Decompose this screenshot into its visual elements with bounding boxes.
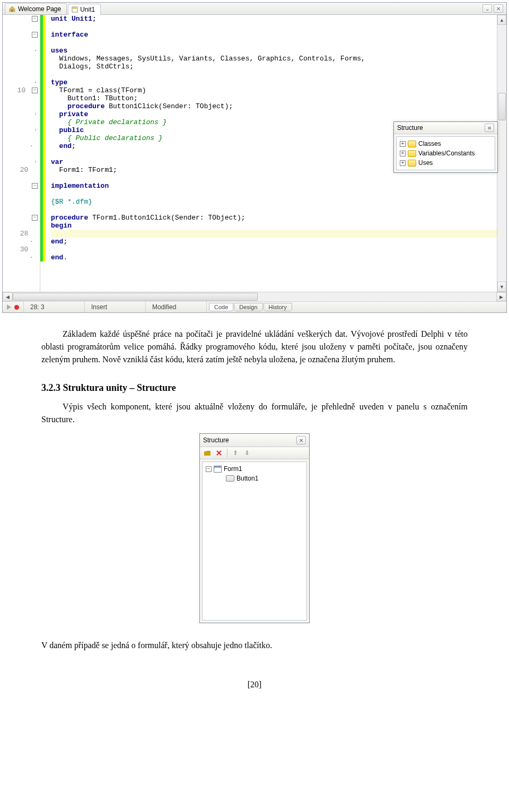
structure-panel-floating: Structure ✕ + Classes + Variables/Consta… [393, 121, 498, 173]
ide-editor-window: Welcome Page Unit1 ⌄ ✕ − − · · [2, 2, 507, 313]
button-icon [226, 475, 234, 482]
svg-rect-0 [12, 10, 13, 12]
structure-panel-standalone: Structure ✕ ⬆ ⬇ − Form1 [199, 433, 310, 623]
close-icon: ✕ [299, 436, 303, 444]
tree-item-uses[interactable]: + Uses [399, 158, 493, 168]
horizontal-scrollbar[interactable]: ◀ ▶ [3, 292, 506, 301]
tree-label-button1: Button1 [236, 474, 258, 483]
page-number: [20] [41, 678, 468, 691]
cursor-position: 28: 3 [24, 302, 85, 312]
view-tab-history[interactable]: History [264, 303, 292, 311]
scroll-down-arrow[interactable]: ▼ [497, 282, 506, 292]
line-gutter: − − · · 10 − · · · · 20 [3, 15, 40, 292]
expand-icon[interactable]: + [400, 141, 406, 147]
line-number-20: 20 [20, 166, 29, 174]
document-body: Základem každé úspěšné práce na počítači… [0, 313, 509, 712]
chevron-down-icon: ⌄ [485, 6, 489, 12]
view-tab-code[interactable]: Code [209, 303, 233, 311]
tree-item-button1[interactable]: Button1 [205, 474, 304, 483]
tree-item-form1[interactable]: − Form1 [205, 464, 304, 474]
expand-icon[interactable]: + [400, 151, 406, 156]
line-number-10: 10 [17, 86, 26, 94]
tree-connector [216, 474, 224, 483]
hscroll-thumb[interactable] [13, 293, 258, 301]
tab-welcome-label: Welcome Page [18, 5, 61, 13]
form-icon [214, 466, 222, 473]
insert-mode: Insert [85, 302, 146, 312]
tree-label-form1: Form1 [224, 464, 242, 474]
folder-icon [408, 141, 416, 147]
tab-close-button[interactable]: ✕ [494, 4, 503, 13]
play-icon[interactable] [7, 304, 11, 310]
toolbar-up-icon[interactable]: ⬆ [231, 449, 240, 457]
editor-statusbar: 28: 3 Insert Modified Code Design Histor… [3, 301, 506, 312]
line-number-28: 28 [20, 230, 29, 238]
folder-icon [408, 150, 416, 157]
tab-welcome[interactable]: Welcome Page [5, 3, 67, 14]
paragraph-1: Základem každé úspěšné práce na počítači… [41, 328, 468, 366]
toolbar-down-icon[interactable]: ⬇ [242, 449, 252, 457]
tab-list-button[interactable]: ⌄ [482, 4, 492, 13]
modified-flag: Modified [146, 302, 207, 312]
record-icon[interactable] [14, 305, 19, 310]
line-number-30: 30 [20, 246, 29, 254]
vertical-scrollbar[interactable]: ▲ ▼ [497, 15, 506, 292]
tree-item-label: Classes [418, 140, 441, 147]
paragraph-2: Výpis všech komponent, které jsou aktuál… [41, 400, 468, 426]
close-icon: ✕ [496, 6, 501, 12]
unit-icon [72, 6, 78, 13]
tab-unit1[interactable]: Unit1 [68, 4, 101, 15]
toolbar-open-icon[interactable] [203, 449, 212, 457]
tree-item-classes[interactable]: + Classes [399, 139, 493, 149]
house-icon [8, 6, 16, 12]
close-icon: ✕ [487, 125, 492, 131]
tree-item-variables[interactable]: + Variables/Constants [399, 149, 493, 158]
ide-tab-bar: Welcome Page Unit1 ⌄ ✕ [3, 3, 506, 15]
heading-3-2-3: 3.2.3 Struktura unity – Structure [41, 381, 468, 395]
view-tab-design[interactable]: Design [234, 303, 262, 311]
tree-item-label: Uses [418, 159, 433, 167]
paragraph-3: V daném případě se jedná o formulář, kte… [41, 639, 468, 652]
structure-close-button[interactable]: ✕ [485, 124, 494, 132]
structure-close-button[interactable]: ✕ [296, 436, 306, 444]
tab-unit1-label: Unit1 [80, 6, 95, 13]
structure-toolbar: ⬆ ⬇ [200, 447, 309, 459]
tree-item-label: Variables/Constants [418, 150, 475, 157]
scroll-thumb[interactable] [498, 93, 506, 120]
toolbar-delete-icon[interactable] [214, 449, 224, 457]
structure-panel-title: Structure [397, 124, 423, 132]
svg-rect-2 [73, 7, 77, 9]
scroll-left-arrow[interactable]: ◀ [3, 292, 13, 301]
folder-icon [408, 160, 416, 167]
expand-icon[interactable]: + [400, 160, 406, 166]
collapse-icon[interactable]: − [206, 466, 212, 472]
structure-panel-title: Structure [203, 435, 229, 445]
scroll-right-arrow[interactable]: ▶ [496, 292, 506, 301]
